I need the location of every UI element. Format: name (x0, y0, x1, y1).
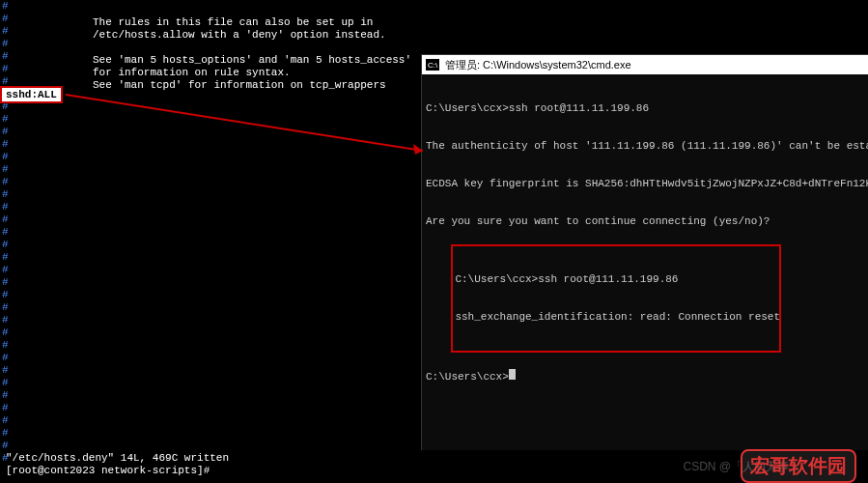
cmd-icon: C:\ (426, 59, 439, 71)
cmd-line: ECDSA key fingerprint is SHA256:dhHTtHwd… (426, 178, 864, 190)
comment-line: See 'man tcpd' for information on tcp_wr… (93, 79, 411, 92)
file-content: The rules in this file can also be set u… (93, 16, 411, 92)
comment-line: The rules in this file can also be set u… (93, 16, 411, 29)
logo-watermark: 宏哥软件园 (741, 449, 856, 483)
comment-line: See 'man 5 hosts_options' and 'man 5 hos… (93, 54, 411, 67)
cmd-title-text: 管理员: C:\Windows\system32\cmd.exe (445, 58, 631, 72)
error-highlight-box: C:\Users\ccx>ssh root@111.11.199.86 ssh_… (451, 244, 781, 353)
cmd-titlebar[interactable]: C:\ 管理员: C:\Windows\system32\cmd.exe (422, 55, 868, 74)
comment-line: for information on rule syntax. (93, 67, 411, 79)
svg-line-0 (66, 95, 423, 151)
cmd-line: C:\Users\ccx>ssh root@111.11.199.86 (455, 273, 777, 286)
cmd-line: The authenticity of host '111.11.199.86 … (426, 140, 864, 153)
vim-status-line: "/etc/hosts.deny" 14L, 469C written (6, 452, 229, 464)
shell-prompt[interactable]: [root@cont2023 network-scripts]# (6, 465, 210, 476)
cmd-error-line: ssh_exchange_identification: read: Conne… (455, 311, 777, 324)
comment-line: /etc/hosts.allow with a 'deny' option in… (93, 29, 411, 42)
cursor (509, 369, 516, 380)
cmd-line: C:\Users\ccx>ssh root@111.11.199.86 (426, 102, 864, 115)
sshd-rule-highlight: sshd:ALL (0, 86, 63, 103)
cmd-window[interactable]: C:\ 管理员: C:\Windows\system32\cmd.exe C:\… (421, 54, 868, 450)
cmd-output[interactable]: C:\Users\ccx>ssh root@111.11.199.86 The … (422, 74, 868, 412)
cmd-line: Are you sure you want to continue connec… (426, 215, 864, 228)
cmd-prompt-line[interactable]: C:\Users\ccx> (426, 369, 864, 384)
vim-gutter: ##################################### (0, 0, 14, 464)
